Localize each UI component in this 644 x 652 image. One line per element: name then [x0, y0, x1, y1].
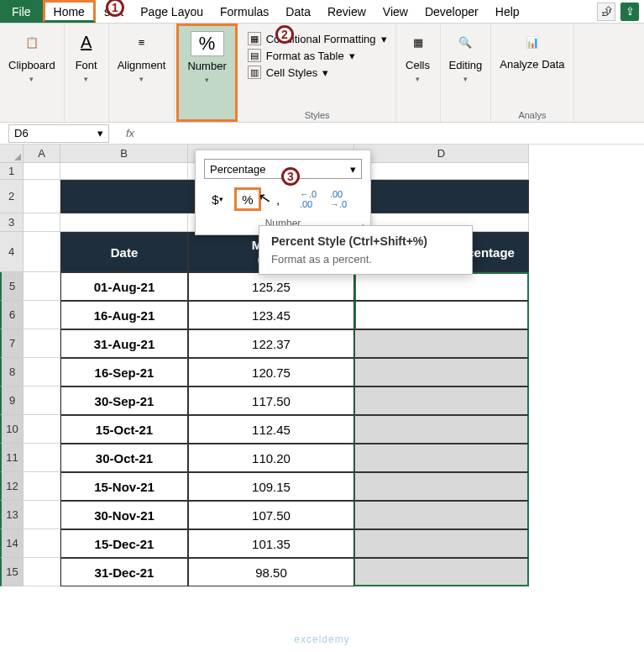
col-header-D[interactable]: D: [354, 145, 529, 163]
tooltip-body: Format as a percent.: [271, 248, 460, 266]
group-analysis: 📊 Analyze Data Analys: [491, 24, 573, 122]
cell-value[interactable]: 125.25: [188, 272, 354, 301]
cells-label: Cells: [406, 59, 430, 71]
row-header[interactable]: 3: [0, 213, 24, 232]
row-header[interactable]: 14: [0, 529, 24, 558]
table-icon: ▤: [248, 49, 261, 62]
tab-home[interactable]: Home: [43, 0, 96, 23]
col-header-B[interactable]: B: [60, 145, 188, 163]
chevron-down-icon: ▾: [29, 75, 34, 83]
decrease-decimal-button[interactable]: .00→.0: [325, 187, 352, 211]
cell-date[interactable]: 31-Aug-21: [60, 329, 188, 358]
chevron-down-icon: ▾: [139, 75, 144, 83]
row-header[interactable]: 10: [0, 415, 24, 444]
cell-value[interactable]: 110.20: [188, 444, 354, 472]
cell-value[interactable]: 98.50: [188, 558, 354, 586]
row-header[interactable]: 9: [0, 386, 24, 415]
cells-button[interactable]: ▦ Cells ▾: [405, 29, 432, 83]
cell-date[interactable]: 15-Nov-21: [60, 472, 188, 501]
tab-formulas[interactable]: Formulas: [212, 0, 277, 23]
group-editing: 🔍 Editing ▾: [441, 24, 492, 122]
row-header[interactable]: 2: [0, 180, 24, 213]
cell-selected[interactable]: [354, 301, 529, 329]
name-box-value: D6: [14, 127, 29, 139]
conditional-formatting-button[interactable]: ▦Conditional Formatting ▾: [248, 32, 387, 45]
analyze-label: Analyze Data: [500, 59, 564, 71]
tab-review[interactable]: Review: [319, 0, 374, 23]
watermark: exceldemy: [294, 634, 349, 645]
chevron-down-icon: ▾: [416, 75, 420, 83]
editing-button[interactable]: 🔍 Editing ▾: [449, 29, 483, 83]
collapse-ribbon-button[interactable]: ⮵: [597, 3, 615, 21]
analysis-group-label: Analys: [518, 108, 546, 120]
cell-selected[interactable]: [354, 358, 529, 386]
row-header[interactable]: 12: [0, 472, 24, 501]
cell-date[interactable]: 30-Oct-21: [60, 444, 188, 472]
tab-page-layout[interactable]: Page Layou: [132, 0, 212, 23]
row-header[interactable]: 5: [0, 272, 24, 301]
cell-value[interactable]: 112.45: [188, 415, 354, 444]
group-font: A Font ▾: [65, 24, 109, 122]
cell-date[interactable]: 31-Dec-21: [60, 558, 188, 586]
cell-date[interactable]: 16-Aug-21: [60, 301, 188, 329]
formula-bar-row: D6 ▾ fx: [0, 123, 644, 145]
share-button[interactable]: ⇪: [620, 3, 639, 21]
row-header[interactable]: 15: [0, 558, 24, 586]
row-header[interactable]: 7: [0, 329, 24, 358]
increase-decimal-button[interactable]: ←.0.00: [295, 187, 322, 211]
dollar-icon: $: [212, 192, 218, 207]
cells-icon: ▦: [405, 29, 432, 55]
row-header[interactable]: 11: [0, 444, 24, 472]
currency-button[interactable]: $ ▾: [204, 187, 231, 211]
analyze-data-button[interactable]: 📊 Analyze Data: [500, 29, 564, 71]
row-header[interactable]: 1: [0, 163, 24, 180]
number-button[interactable]: % Number ▾: [187, 31, 226, 84]
alignment-button[interactable]: ≡ Alignment ▾: [118, 29, 166, 83]
cell-date[interactable]: 30-Sep-21: [60, 386, 188, 415]
cell-value[interactable]: 117.50: [188, 386, 354, 415]
cell-date[interactable]: 30-Nov-21: [60, 501, 188, 529]
cell-selected[interactable]: [354, 501, 529, 529]
tab-file[interactable]: File: [0, 0, 43, 23]
tab-developer[interactable]: Developer: [416, 0, 487, 23]
cell-selected[interactable]: [354, 529, 529, 558]
font-button[interactable]: A Font ▾: [73, 29, 100, 83]
cell-date[interactable]: 16-Sep-21: [60, 358, 188, 386]
group-number: % Number ▾: [176, 24, 237, 122]
cell-selected[interactable]: [354, 329, 529, 358]
cell-value[interactable]: 120.75: [188, 358, 354, 386]
cell-value[interactable]: 123.45: [188, 301, 354, 329]
tab-view[interactable]: View: [374, 0, 416, 23]
cell-value[interactable]: 101.35: [188, 529, 354, 558]
row-header[interactable]: 6: [0, 301, 24, 329]
cell-selected[interactable]: [354, 415, 529, 444]
row-header[interactable]: 8: [0, 358, 24, 386]
cell-selected[interactable]: [354, 472, 529, 501]
cell-styles-icon: ▥: [248, 66, 261, 79]
alignment-label: Alignment: [118, 59, 166, 71]
cell-styles-button[interactable]: ▥Cell Styles ▾: [248, 66, 387, 79]
cell-date[interactable]: 15-Oct-21: [60, 415, 188, 444]
cell-date[interactable]: 15-Dec-21: [60, 529, 188, 558]
cell-value[interactable]: 122.37: [188, 329, 354, 358]
fx-icon[interactable]: fx: [126, 127, 134, 139]
header-date[interactable]: Date: [60, 232, 188, 272]
cell-date[interactable]: 01-Aug-21: [60, 272, 188, 301]
cell-value[interactable]: 109.15: [188, 472, 354, 501]
name-box[interactable]: D6 ▾: [8, 124, 109, 143]
tab-help[interactable]: Help: [487, 0, 528, 23]
cell-selected[interactable]: [354, 558, 529, 586]
row-header[interactable]: 4: [0, 232, 24, 272]
cell-null[interactable]: Null: [354, 272, 529, 301]
tab-data[interactable]: Data: [277, 0, 319, 23]
styles-group-label: Styles: [305, 108, 330, 120]
select-all-corner[interactable]: [0, 145, 24, 163]
cell-value[interactable]: 107.50: [188, 501, 354, 529]
row-header[interactable]: 13: [0, 501, 24, 529]
cell-selected[interactable]: [354, 386, 529, 415]
clipboard-button[interactable]: 📋 Clipboard ▾: [8, 29, 55, 83]
format-as-table-button[interactable]: ▤Format as Table ▾: [248, 49, 387, 62]
cell-selected[interactable]: [354, 444, 529, 472]
col-header-A[interactable]: A: [24, 145, 60, 163]
percent-icon: %: [242, 192, 253, 207]
